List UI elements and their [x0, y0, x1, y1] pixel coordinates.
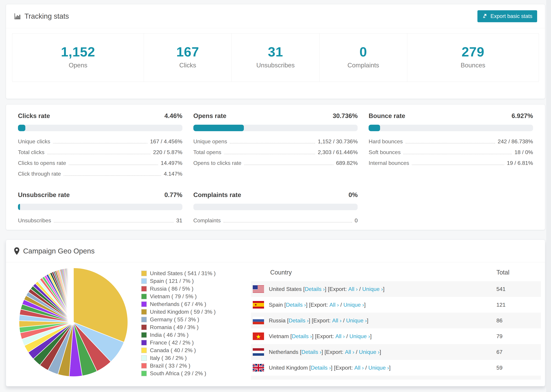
table-row: United States [Details ›] [Export: All ›…: [251, 281, 541, 297]
rate-title: Opens rate: [193, 112, 226, 119]
export-unique-link[interactable]: Unique ›: [359, 349, 380, 355]
details-link[interactable]: Details ›: [301, 349, 321, 355]
legend-swatch: [141, 363, 147, 369]
details-link[interactable]: Details ›: [289, 317, 309, 324]
rate-title: Unsubscribe rate: [18, 191, 70, 199]
stat-boxes: 1,152Opens167Clicks31Unsubscribes0Compla…: [12, 33, 539, 82]
bracket-text: ] [Export:: [322, 349, 345, 355]
legend-item[interactable]: United States ( 541 / 31% ): [141, 270, 251, 277]
details-link[interactable]: Details ›: [305, 286, 325, 292]
total-cell: 541: [495, 281, 541, 297]
export-unique-link[interactable]: Unique ›: [368, 365, 389, 371]
total-cell: 79: [495, 328, 541, 344]
rate-head: Bounce rate6.927%: [369, 112, 533, 119]
legend-item[interactable]: United Kingdom ( 59 / 3% ): [141, 309, 251, 315]
page-scrollbar[interactable]: [546, 0, 551, 392]
stat-label: Unsubscribes: [232, 62, 319, 69]
rate-row-label: Click through rate: [18, 171, 61, 177]
country-name: Netherlands: [269, 349, 298, 355]
legend-item[interactable]: India ( 46 / 3% ): [141, 332, 251, 338]
legend-item[interactable]: Netherlands ( 67 / 4% ): [141, 301, 251, 307]
details-link[interactable]: Details ›: [286, 302, 306, 308]
rate-row-value: 242 / 86.738%: [498, 138, 533, 145]
rate-row-label: Soft bounces: [369, 149, 401, 155]
rate-row-label: Total clicks: [18, 149, 44, 155]
rate-row-label: Internal bounces: [369, 160, 409, 166]
rate-row: Complaints0: [193, 217, 358, 224]
bracket-text: ] [Export:: [312, 333, 335, 339]
nl-flag-icon: [253, 348, 264, 356]
legend-item[interactable]: Italy ( 36 / 2% ): [141, 355, 251, 361]
rate-row-value: 19 / 6.81%: [507, 160, 533, 166]
geo-legend: United States ( 541 / 31% )Spain ( 121 /…: [137, 270, 251, 380]
export-basic-stats-button[interactable]: Export basic stats: [477, 10, 537, 22]
geo-title: Campaign Geo Opens: [23, 247, 95, 255]
legend-item[interactable]: South Africa ( 29 / 2% ): [141, 370, 251, 377]
rate-progress-fill: [369, 125, 380, 131]
table-row: Netherlands [Details ›] [Export: All › /…: [251, 344, 541, 360]
tracking-stats-title: Tracking stats: [24, 12, 69, 20]
bracket-text: [: [283, 302, 286, 308]
rate-row-label: Clicks to opens rate: [18, 160, 66, 166]
legend-item[interactable]: Romania ( 49 / 3% ): [141, 324, 251, 330]
legend-swatch: [141, 317, 147, 322]
export-basic-stats-label: Export basic stats: [490, 13, 532, 19]
table-row: Germany [Details ›] [Export: All › / Uni…: [251, 376, 541, 380]
legend-item[interactable]: Canada ( 40 / 2% ): [141, 347, 251, 354]
rate-value: 0%: [349, 191, 358, 199]
table-row: Russia [Details ›] [Export: All › / Uniq…: [251, 313, 541, 328]
legend-item[interactable]: Vietnam ( 79 / 5% ): [141, 293, 251, 300]
rate-row-value: 0: [355, 217, 358, 224]
rate-progress-fill: [193, 125, 244, 131]
legend-item[interactable]: Brazil ( 33 / 2% ): [141, 363, 251, 369]
details-link[interactable]: Details ›: [292, 333, 312, 339]
bracket-text: [: [286, 317, 289, 324]
es-flag-icon: [253, 301, 264, 308]
export-unique-link[interactable]: Unique ›: [362, 286, 383, 292]
rate-row-value: 14.497%: [161, 160, 182, 166]
bracket-text: ]: [389, 365, 391, 371]
total-cell: 121: [495, 297, 541, 313]
stat-value: 0: [319, 44, 407, 60]
geo-header: Campaign Geo Opens: [6, 240, 545, 262]
rate-row-value: 1,152 / 30.736%: [318, 138, 358, 145]
country-name: Vietnam: [269, 333, 289, 339]
export-unique-link[interactable]: Unique ›: [343, 302, 364, 308]
rate-row-value: 689.82%: [336, 160, 358, 166]
legend-item[interactable]: Spain ( 121 / 7% ): [141, 278, 251, 284]
separator-text: /: [358, 286, 362, 292]
legend-item[interactable]: Germany ( 55 / 3% ): [141, 316, 251, 323]
export-unique-link[interactable]: Unique ›: [346, 317, 367, 324]
legend-label: Brazil ( 33 / 2% ): [150, 363, 191, 369]
geo-pie-chart[interactable]: [17, 264, 137, 380]
legend-item[interactable]: France ( 42 / 2% ): [141, 339, 251, 346]
rate-row: Opens to clicks rate689.82%: [193, 160, 358, 166]
rate-rows: Unsubscribes31: [18, 217, 182, 224]
rate-value: 0.77%: [164, 191, 182, 199]
dotted-leader: [230, 143, 315, 143]
country-cell: Russia [Details ›] [Export: All › / Uniq…: [251, 313, 495, 328]
rate-rows: Complaints0: [193, 217, 358, 224]
pie-slice-other-47[interactable]: [73, 268, 73, 322]
rate-block: Bounce rate6.927%Hard bounces242 / 86.73…: [369, 112, 533, 182]
export-all-link[interactable]: All ›: [354, 365, 364, 371]
export-all-link[interactable]: All ›: [332, 317, 342, 324]
export-all-link[interactable]: All ›: [335, 333, 345, 339]
rate-head: Unsubscribe rate0.77%: [18, 191, 182, 199]
export-unique-link[interactable]: Unique ›: [349, 333, 370, 339]
legend-swatch: [141, 309, 147, 315]
export-all-link[interactable]: All ›: [345, 349, 354, 355]
rate-row: Unsubscribes31: [18, 217, 182, 224]
legend-label: India ( 46 / 3% ): [150, 332, 189, 338]
separator-text: /: [345, 333, 349, 339]
export-all-link[interactable]: All ›: [329, 302, 339, 308]
dotted-leader: [244, 165, 333, 165]
rate-row: Hard bounces242 / 86.738%: [369, 138, 533, 145]
rate-title: Complaints rate: [193, 191, 241, 199]
table-row: United Kingdom [Details ›] [Export: All …: [251, 360, 541, 376]
details-link[interactable]: Details ›: [311, 365, 331, 371]
legend-item[interactable]: Russia ( 86 / 5% ): [141, 286, 251, 292]
export-all-link[interactable]: All ›: [348, 286, 358, 292]
bracket-text: ]: [364, 302, 366, 308]
legend-swatch: [141, 278, 147, 284]
